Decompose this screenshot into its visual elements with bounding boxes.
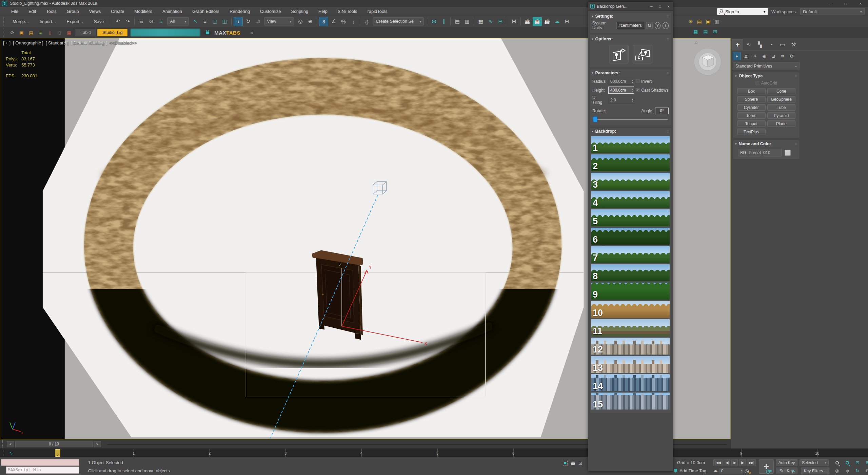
maximize-viewport-icon[interactable]: ⊡ bbox=[864, 467, 868, 474]
rollout-header[interactable]: ▾ Options: ∷ bbox=[590, 35, 671, 43]
rollout-header[interactable]: ▾ Object Type ∷ bbox=[733, 72, 800, 80]
spinner-arrows-icon[interactable]: ▴▾ bbox=[741, 468, 742, 474]
key-step-toggle[interactable]: ◀▶ bbox=[713, 469, 717, 473]
previous-frame-button[interactable]: ◀| bbox=[724, 459, 730, 466]
menu-item[interactable]: Animation bbox=[157, 7, 187, 16]
toolbar-item[interactable]: ▾ bbox=[520, 17, 521, 25]
scene-sets-icon[interactable]: ▥ bbox=[715, 19, 719, 25]
toolbar-item[interactable]: ▾ bbox=[231, 17, 232, 25]
key-selection-dropdown[interactable]: Selected ▾ bbox=[800, 459, 829, 466]
dope-sheet-icon[interactable]: ⊟ ▾ bbox=[496, 17, 505, 26]
snap-toggle-3d-icon[interactable]: 3 ▾ bbox=[319, 17, 328, 26]
menu-item[interactable]: Customize bbox=[255, 7, 286, 16]
object-type-button[interactable]: Torus bbox=[737, 112, 766, 119]
menu-item[interactable]: Scripting bbox=[286, 7, 314, 16]
height-spinner[interactable]: 400.0cm ▴▾ bbox=[608, 87, 634, 94]
next-frame-button[interactable]: |▶ bbox=[739, 459, 746, 466]
drag-handle-icon[interactable]: ∷ bbox=[667, 15, 669, 18]
selection-lock-toggle[interactable] bbox=[571, 462, 575, 465]
tab-modify[interactable]: ∿ bbox=[743, 39, 754, 50]
backdrop-thumbnail[interactable]: 8 bbox=[591, 264, 670, 281]
menu-item[interactable]: SiNi Tools bbox=[333, 7, 362, 16]
import-button[interactable]: Import... ▾ bbox=[34, 17, 61, 25]
isolate-selection-toggle[interactable] bbox=[563, 461, 568, 466]
blurred-tab[interactable] bbox=[131, 29, 200, 36]
menu-item[interactable]: Help bbox=[313, 7, 333, 16]
close-icon[interactable]: × bbox=[250, 30, 253, 36]
refresh-icon[interactable]: ↻ bbox=[646, 22, 653, 29]
menu-item[interactable]: rapidTools bbox=[362, 7, 392, 16]
cast-shadows-checkbox[interactable]: ✓ bbox=[636, 88, 639, 92]
edit-named-selection-sets-icon[interactable]: {} ▾ bbox=[362, 17, 371, 26]
backdrop-thumbnail[interactable]: 13 bbox=[591, 356, 670, 373]
info-icon[interactable]: i bbox=[663, 22, 669, 29]
minimize-button[interactable]: ─ bbox=[823, 0, 838, 7]
tab-display[interactable]: ▭ bbox=[777, 39, 788, 50]
toolbar-grip[interactable] bbox=[3, 28, 4, 37]
toolbar-grip[interactable] bbox=[3, 17, 5, 25]
object-type-button[interactable]: Teapot bbox=[737, 120, 766, 127]
backdrop-thumbnail[interactable]: 10 bbox=[591, 301, 670, 318]
panel-minimize-button[interactable]: ─ bbox=[647, 2, 656, 11]
close-button[interactable]: × bbox=[853, 0, 868, 7]
autogrid-checkbox[interactable] bbox=[755, 81, 759, 85]
tab-utilities[interactable]: ⚒ bbox=[788, 39, 799, 50]
toolbar-item[interactable]: ▾ bbox=[360, 17, 360, 25]
toggle-layer-explorer-icon[interactable]: ▥ ▾ bbox=[462, 17, 472, 26]
object-type-button[interactable]: GeoSphere bbox=[767, 96, 796, 102]
quad-view-icon[interactable]: ⊞ ▾ bbox=[562, 17, 571, 26]
merge-button[interactable]: Merge... ▾ bbox=[7, 17, 34, 25]
rotate-slider[interactable] bbox=[593, 116, 668, 123]
tab-load-icon[interactable]: ▤ bbox=[27, 29, 35, 36]
maxtabs-add-icon[interactable]: ⊞ bbox=[713, 29, 717, 34]
layer-manager-icon[interactable]: ▤ bbox=[697, 19, 702, 25]
go-to-start-button[interactable]: |◀◀ bbox=[713, 459, 723, 466]
current-frame-field[interactable]: 0 ▴▾ bbox=[719, 468, 743, 474]
tab-new-icon[interactable]: ▦ bbox=[65, 29, 73, 36]
zoom-icon[interactable] bbox=[833, 459, 841, 466]
time-slider-readout[interactable]: 0 / 10 bbox=[15, 441, 93, 447]
selection-filter-dropdown[interactable]: All ▾ bbox=[167, 17, 189, 25]
field-of-view-icon[interactable]: ◎ bbox=[833, 467, 841, 474]
tab-save-icon[interactable]: ▣ bbox=[18, 29, 25, 36]
drag-handle-icon[interactable]: ∷ bbox=[667, 71, 669, 75]
object-type-button[interactable]: Cone bbox=[767, 88, 796, 94]
lights-icon[interactable]: ☀ bbox=[751, 52, 759, 60]
percent-snap-icon[interactable]: % ▾ bbox=[339, 17, 348, 26]
add-time-tag[interactable]: Add Time Tag bbox=[674, 468, 706, 473]
backdrop-thumbnail[interactable]: 15 bbox=[591, 393, 670, 410]
drag-handle-icon[interactable]: ∷ bbox=[667, 130, 669, 133]
object-type-button[interactable]: Tube bbox=[767, 104, 796, 111]
angle-snap-icon[interactable]: ∠ ▾ bbox=[329, 17, 338, 26]
spinner-arrows-icon[interactable]: ▴▾ bbox=[632, 97, 633, 103]
backdrop-thumbnail[interactable]: 1 bbox=[591, 136, 670, 153]
tab-config-gear-icon[interactable]: ⚙ bbox=[8, 29, 16, 36]
menu-item[interactable]: Graph Editors bbox=[187, 7, 224, 16]
toolbar-item[interactable]: ▾ bbox=[317, 17, 317, 25]
zoom-extents-icon[interactable]: ⊡ bbox=[854, 459, 861, 466]
render-in-cloud-icon[interactable]: ☁ ▾ bbox=[552, 17, 561, 26]
zoom-all-icon[interactable] bbox=[844, 459, 851, 466]
menu-item[interactable]: Group bbox=[62, 7, 84, 16]
isolate-layer-icon[interactable]: ▣ bbox=[706, 19, 711, 25]
tab-motion[interactable]: ◔ bbox=[766, 39, 777, 50]
backdrop-thumbnail[interactable]: 4 bbox=[591, 191, 670, 208]
select-and-rotate-icon[interactable]: ↻ ▾ bbox=[243, 17, 253, 26]
object-type-button[interactable]: TextPlus bbox=[737, 129, 766, 135]
backdrop-thumbnail[interactable]: 9 bbox=[591, 283, 670, 300]
render-production-icon[interactable]: ☕ ▾ bbox=[542, 17, 552, 26]
toolbar-item[interactable]: ▾ bbox=[111, 17, 111, 25]
scene-schematic-icon[interactable]: ⊞ ▾ bbox=[509, 17, 518, 26]
backdrop-thumbnail[interactable]: 11 bbox=[591, 319, 670, 336]
toggle-scene-explorer-icon[interactable]: ▤ ▾ bbox=[453, 17, 462, 26]
maximize-button[interactable]: □ bbox=[838, 0, 853, 7]
menu-item[interactable]: Rendering bbox=[224, 7, 255, 16]
export-button[interactable]: Export... ▾ bbox=[61, 17, 88, 25]
tab-doc-red-icon[interactable]: ▯ bbox=[46, 29, 54, 36]
tab-create[interactable]: + bbox=[732, 39, 743, 50]
help-icon[interactable]: ? bbox=[655, 22, 661, 29]
backdrop-thumbnail[interactable]: 7 bbox=[591, 246, 670, 263]
shapes-icon[interactable]: Δ bbox=[742, 52, 750, 60]
menu-item[interactable]: Tools bbox=[41, 7, 61, 16]
menu-item[interactable]: File bbox=[6, 7, 23, 16]
